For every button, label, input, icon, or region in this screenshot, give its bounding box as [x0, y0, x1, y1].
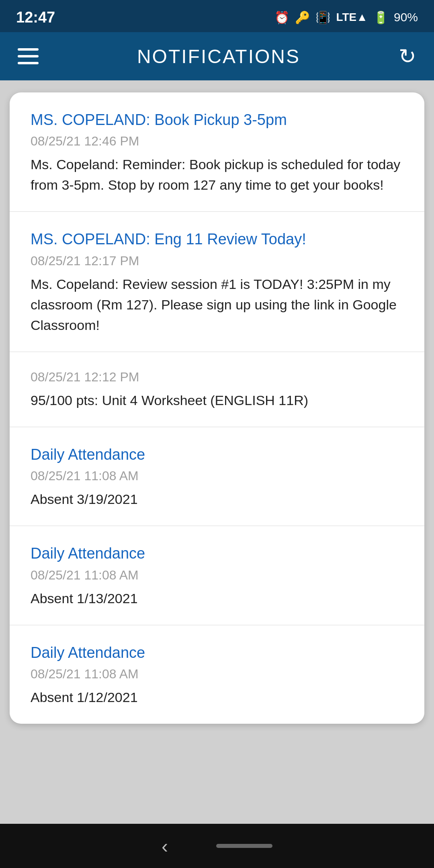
status-icons: ⏰ 🔑 📳 LTE▲ 🔋 90% — [274, 10, 418, 25]
bottom-nav-bar: ‹ — [0, 824, 434, 868]
home-pill[interactable] — [216, 844, 272, 848]
notification-timestamp: 08/25/21 12:46 PM — [31, 134, 403, 149]
notification-body: Ms. Copeland: Reminder: Book pickup is s… — [31, 154, 403, 195]
status-time: 12:47 — [16, 9, 55, 26]
notification-timestamp: 08/25/21 12:12 PM — [31, 370, 403, 385]
back-button[interactable]: ‹ — [162, 835, 168, 857]
notification-item[interactable]: Daily Attendance 08/25/21 11:08 AM Absen… — [10, 427, 424, 526]
battery-icon: 🔋 — [373, 10, 388, 25]
notification-body: Absent 1/12/2021 — [31, 687, 403, 708]
alarm-icon: ⏰ — [274, 10, 289, 25]
battery-level: 90% — [394, 10, 418, 24]
notification-title: Daily Attendance — [31, 445, 403, 465]
notification-item[interactable]: MS. COPELAND: Book Pickup 3-5pm 08/25/21… — [10, 92, 424, 212]
content-area: MS. COPELAND: Book Pickup 3-5pm 08/25/21… — [0, 80, 434, 824]
notifications-card: MS. COPELAND: Book Pickup 3-5pm 08/25/21… — [10, 92, 424, 724]
notification-timestamp: 08/25/21 11:08 AM — [31, 568, 403, 583]
notification-item[interactable]: Daily Attendance 08/25/21 11:08 AM Absen… — [10, 625, 424, 724]
notification-body: 95/100 pts: Unit 4 Worksheet (ENGLISH 11… — [31, 390, 403, 411]
notification-title: Daily Attendance — [31, 544, 403, 563]
status-bar: 12:47 ⏰ 🔑 📳 LTE▲ 🔋 90% — [0, 0, 434, 32]
key-icon: 🔑 — [295, 10, 310, 25]
notification-timestamp: 08/25/21 11:08 AM — [31, 469, 403, 483]
notification-item[interactable]: MS. COPELAND: Eng 11 Review Today! 08/25… — [10, 212, 424, 352]
vibrate-icon: 📳 — [315, 10, 330, 25]
notification-title: MS. COPELAND: Book Pickup 3-5pm — [31, 110, 403, 130]
notification-timestamp: 08/25/21 12:17 PM — [31, 254, 403, 268]
notification-body: Absent 3/19/2021 — [31, 489, 403, 510]
notification-timestamp: 08/25/21 11:08 AM — [31, 667, 403, 682]
app-bar: NOTIFICATIONS ↻ — [0, 32, 434, 80]
lte-icon: LTE▲ — [336, 11, 368, 24]
notification-title: MS. COPELAND: Eng 11 Review Today! — [31, 229, 403, 249]
notification-body: Absent 1/13/2021 — [31, 588, 403, 609]
notification-body: Ms. Copeland: Review session #1 is TODAY… — [31, 274, 403, 336]
page-title: NOTIFICATIONS — [137, 45, 300, 68]
hamburger-menu-button[interactable] — [18, 48, 39, 64]
notification-title: Daily Attendance — [31, 643, 403, 663]
refresh-button[interactable]: ↻ — [399, 44, 416, 68]
notification-item[interactable]: 08/25/21 12:12 PM 95/100 pts: Unit 4 Wor… — [10, 352, 424, 427]
notification-item[interactable]: Daily Attendance 08/25/21 11:08 AM Absen… — [10, 526, 424, 625]
